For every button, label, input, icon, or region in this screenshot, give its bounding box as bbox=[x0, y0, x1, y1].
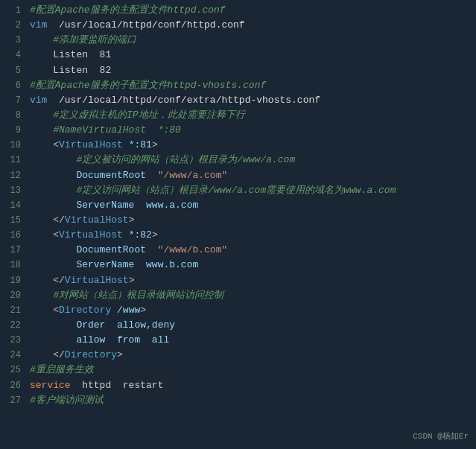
line-content: <VirtualHost *:81> bbox=[30, 138, 470, 153]
code-token bbox=[30, 214, 53, 226]
code-line: 5 Listen 82 bbox=[0, 63, 476, 78]
code-token: VirtualHost bbox=[65, 275, 129, 286]
line-content: DocumentRoot "/www/a.com" bbox=[30, 168, 470, 183]
code-token: allow from all bbox=[30, 334, 169, 345]
code-token: </ bbox=[53, 214, 65, 226]
line-number: 16 bbox=[0, 229, 21, 243]
code-line: 18 ServerName www.b.com bbox=[0, 258, 476, 273]
code-token: > bbox=[152, 139, 158, 150]
line-number: 12 bbox=[0, 169, 21, 183]
line-number: 7 bbox=[0, 94, 21, 108]
code-line: 16 <VirtualHost *:82> bbox=[0, 228, 476, 243]
code-line: 13 #定义访问网站（站点）根目录/www/a.com需要使用的域名为www.a… bbox=[0, 183, 476, 198]
code-line: 22 Order allow,deny bbox=[0, 318, 476, 333]
code-token: VirtualHost bbox=[65, 214, 129, 226]
code-token: Order allow,deny bbox=[30, 319, 175, 331]
code-line: 26service httpd restart bbox=[0, 378, 476, 393]
code-token: "/www/b.com" bbox=[158, 244, 228, 255]
code-token: #添加要监听的端口 bbox=[30, 34, 136, 45]
code-line: 8 #定义虚拟主机的IP地址，此处需要注释下行 bbox=[0, 108, 476, 123]
code-token: DocumentRoot bbox=[30, 244, 158, 255]
code-token: > bbox=[129, 214, 135, 226]
line-content: #定义访问网站（站点）根目录/www/a.com需要使用的域名为www.a.co… bbox=[30, 183, 470, 198]
code-token: VirtualHost bbox=[59, 139, 123, 150]
code-line: 1#配置Apache服务的主配置文件httpd.conf bbox=[0, 3, 476, 18]
line-content: service httpd restart bbox=[30, 378, 470, 393]
code-token: < bbox=[53, 305, 59, 316]
code-line: 14 ServerName www.a.com bbox=[0, 198, 476, 213]
code-line: 21 <Directory /www> bbox=[0, 303, 476, 318]
code-line: 10 <VirtualHost *:81> bbox=[0, 138, 476, 153]
code-token: #定义被访问的网站（站点）根目录为/www/a.com bbox=[30, 154, 295, 165]
code-token: *:81 bbox=[123, 139, 152, 150]
line-content: DocumentRoot "/www/b.com" bbox=[30, 243, 470, 258]
code-token: vim bbox=[30, 19, 47, 31]
line-number: 2 bbox=[0, 19, 21, 33]
watermark: CSDN @杨如Er bbox=[413, 430, 469, 443]
line-content: allow from all bbox=[30, 333, 470, 348]
code-line: 25#重启服务生效 bbox=[0, 363, 476, 378]
code-token: #对网站（站点）根目录做网站访问控制 bbox=[30, 290, 223, 301]
code-token: /usr/local/httpd/conf/httpd.conf bbox=[47, 19, 244, 31]
code-line: 12 DocumentRoot "/www/a.com" bbox=[0, 168, 476, 183]
code-token bbox=[30, 139, 53, 150]
code-token: vim bbox=[30, 95, 47, 106]
code-token: Listen 82 bbox=[30, 65, 111, 76]
line-content: #配置Apache服务的子配置文件httpd-vhosts.conf bbox=[30, 78, 470, 93]
code-line: 11 #定义被访问的网站（站点）根目录为/www/a.com bbox=[0, 153, 476, 168]
line-number: 8 bbox=[0, 109, 21, 123]
code-token: httpd restart bbox=[71, 380, 164, 391]
code-line: 7vim /usr/local/httpd/conf/extra/httpd-v… bbox=[0, 93, 476, 108]
code-editor: 1#配置Apache服务的主配置文件httpd.conf2vim /usr/lo… bbox=[0, 0, 476, 449]
line-number: 24 bbox=[0, 348, 21, 363]
code-token: < bbox=[53, 139, 59, 150]
line-content: ServerName www.b.com bbox=[30, 258, 470, 273]
line-content: vim /usr/local/httpd/conf/httpd.conf bbox=[30, 18, 470, 33]
line-content: Listen 81 bbox=[30, 48, 470, 63]
line-number: 19 bbox=[0, 274, 21, 288]
code-token: service bbox=[30, 380, 71, 391]
line-number: 22 bbox=[0, 319, 21, 333]
code-token: Directory bbox=[65, 349, 117, 360]
line-number: 9 bbox=[0, 124, 21, 138]
code-token: </ bbox=[53, 349, 65, 360]
code-token: > bbox=[152, 229, 158, 241]
line-content: #对网站（站点）根目录做网站访问控制 bbox=[30, 288, 470, 303]
line-number: 13 bbox=[0, 184, 21, 198]
line-number: 15 bbox=[0, 214, 21, 228]
line-number: 1 bbox=[0, 4, 21, 18]
line-number: 11 bbox=[0, 153, 21, 168]
code-token: #重启服务生效 bbox=[30, 364, 94, 375]
code-line: 3 #添加要监听的端口 bbox=[0, 33, 476, 48]
code-line: 24 </Directory> bbox=[0, 348, 476, 363]
line-content: ServerName www.a.com bbox=[30, 198, 470, 213]
line-number: 3 bbox=[0, 34, 21, 48]
code-token: ServerName www.a.com bbox=[30, 200, 198, 211]
code-line: 17 DocumentRoot "/www/b.com" bbox=[0, 243, 476, 258]
code-token: *:82 bbox=[123, 229, 152, 241]
code-token: > bbox=[117, 349, 123, 360]
line-number: 18 bbox=[0, 258, 21, 273]
line-content: #添加要监听的端口 bbox=[30, 33, 470, 48]
code-token: #NameVirtualHost *:80 bbox=[30, 124, 181, 136]
line-number: 21 bbox=[0, 304, 21, 318]
code-token bbox=[30, 349, 53, 360]
code-line: 27#客户端访问测试 bbox=[0, 393, 476, 408]
code-token: > bbox=[140, 305, 146, 316]
line-number: 20 bbox=[0, 289, 21, 303]
code-token bbox=[30, 305, 53, 316]
code-token: VirtualHost bbox=[59, 229, 123, 241]
line-number: 14 bbox=[0, 199, 21, 213]
code-token: #定义访问网站（站点）根目录/www/a.com需要使用的域名为www.a.co… bbox=[30, 185, 396, 196]
code-token: #定义虚拟主机的IP地址，此处需要注释下行 bbox=[30, 109, 245, 121]
line-content: Listen 82 bbox=[30, 63, 470, 78]
code-token: /usr/local/httpd/conf/extra/httpd-vhosts… bbox=[47, 95, 320, 106]
code-token bbox=[30, 229, 53, 241]
code-line: 23 allow from all bbox=[0, 333, 476, 348]
code-token: </ bbox=[53, 275, 65, 286]
line-number: 26 bbox=[0, 379, 21, 393]
line-number: 23 bbox=[0, 334, 21, 348]
code-token: /www bbox=[111, 305, 140, 316]
line-content: #定义被访问的网站（站点）根目录为/www/a.com bbox=[30, 153, 470, 168]
line-number: 27 bbox=[0, 394, 21, 408]
